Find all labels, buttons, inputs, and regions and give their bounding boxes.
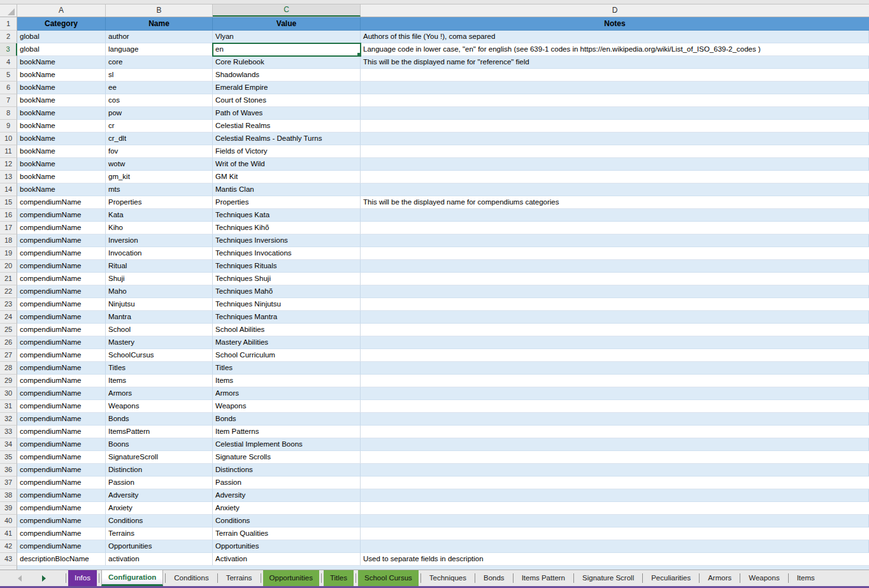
sheet-tab-bonds[interactable]: Bonds: [477, 570, 511, 586]
cell-notes[interactable]: [361, 438, 869, 451]
cell-name[interactable]: SignatureScroll: [106, 451, 213, 464]
row-header[interactable]: 20: [0, 260, 17, 273]
cell-category[interactable]: bookName: [17, 94, 106, 107]
row-header[interactable]: 27: [0, 349, 17, 362]
cell-category[interactable]: compendiumName: [17, 489, 106, 502]
cell-name[interactable]: Kata: [106, 209, 213, 222]
cell-category[interactable]: bookName: [17, 82, 106, 94]
cell-name[interactable]: pow: [106, 107, 213, 120]
cell-value[interactable]: Mastery Abilities: [213, 336, 361, 349]
cell-name[interactable]: Anxiety: [106, 502, 213, 515]
cell-value[interactable]: Items: [213, 375, 361, 387]
cell-name[interactable]: Boons: [106, 438, 213, 451]
cell-name[interactable]: Maho: [106, 285, 213, 298]
header-cell-category[interactable]: Category: [17, 17, 106, 31]
row-header[interactable]: 5: [0, 69, 17, 82]
sheet-tab-school-cursus[interactable]: School Cursus: [358, 570, 419, 586]
row-header[interactable]: 43: [0, 553, 17, 566]
cell-value[interactable]: Techniques Kata: [213, 209, 361, 222]
cell-value[interactable]: Techniques Mahõ: [213, 285, 361, 298]
cell-name[interactable]: School: [106, 324, 213, 336]
row-header[interactable]: 4: [0, 56, 17, 69]
cell-notes[interactable]: [361, 222, 869, 234]
cell-notes[interactable]: [361, 171, 869, 183]
cell-notes[interactable]: Authors of this file (You !), coma separ…: [361, 31, 869, 43]
row-header[interactable]: 30: [0, 387, 17, 400]
cell-value[interactable]: Titles: [213, 362, 361, 375]
row-header[interactable]: 25: [0, 324, 17, 336]
cell-category[interactable]: compendiumName: [17, 247, 106, 260]
cell-category[interactable]: compendiumName: [17, 222, 106, 234]
row-header[interactable]: 21: [0, 273, 17, 285]
cell-value[interactable]: Celestial Realms: [213, 120, 361, 133]
cell-notes[interactable]: [361, 451, 869, 464]
cell-notes[interactable]: [361, 69, 869, 82]
column-header-a[interactable]: A: [17, 4, 106, 17]
cell-category[interactable]: compendiumName: [17, 400, 106, 413]
row-header[interactable]: 32: [0, 413, 17, 426]
cell-name[interactable]: Conditions: [106, 515, 213, 527]
cell-notes[interactable]: [361, 540, 869, 553]
cell-value[interactable]: Court of Stones: [213, 94, 361, 107]
cell-value[interactable]: Techniques Ninjutsu: [213, 298, 361, 311]
cell-notes[interactable]: This will be the displayed name for "ref…: [361, 56, 869, 69]
prev-sheet-button[interactable]: [16, 575, 24, 582]
cell-category[interactable]: bookName: [17, 107, 106, 120]
row-header[interactable]: 14: [0, 183, 17, 196]
cell-name[interactable]: sl: [106, 69, 213, 82]
cell-notes[interactable]: [361, 362, 869, 375]
cell-name[interactable]: Shuji: [106, 273, 213, 285]
sheet-tab-peculiarities[interactable]: Peculiarities: [645, 570, 697, 586]
row-header[interactable]: 28: [0, 362, 17, 375]
sheet-tab-armors[interactable]: Armors: [701, 570, 738, 586]
cell-value[interactable]: Celestial Realms - Deathly Turns: [213, 133, 361, 145]
cell-notes[interactable]: This will be the displayed name for comp…: [361, 196, 869, 209]
cell-name[interactable]: Distinction: [106, 464, 213, 477]
cell-name[interactable]: author: [106, 31, 213, 43]
cell-name[interactable]: cr: [106, 120, 213, 133]
cell-category[interactable]: compendiumName: [17, 477, 106, 489]
sheet-tab-techniques[interactable]: Techniques: [423, 570, 473, 586]
cell-name[interactable]: wotw: [106, 158, 213, 171]
cell-value[interactable]: Item Patterns: [213, 426, 361, 438]
cell-name[interactable]: Mantra: [106, 311, 213, 324]
row-header[interactable]: 34: [0, 438, 17, 451]
cell-value[interactable]: Writ of the Wild: [213, 158, 361, 171]
cell-name[interactable]: SchoolCursus: [106, 349, 213, 362]
cell-category[interactable]: bookName: [17, 56, 106, 69]
sheet-tab-items[interactable]: Items: [791, 570, 821, 586]
row-header[interactable]: 42: [0, 540, 17, 553]
active-cell[interactable]: en: [213, 43, 361, 56]
cell-notes[interactable]: [361, 502, 869, 515]
cell-value[interactable]: Celestial Implement Boons: [213, 438, 361, 451]
cell-name[interactable]: Titles: [106, 362, 213, 375]
cell-notes[interactable]: Language code in lower case, "en" for en…: [361, 43, 869, 56]
cell-name[interactable]: Passion: [106, 477, 213, 489]
cell-notes[interactable]: [361, 489, 869, 502]
cell-value[interactable]: Techniques Rituals: [213, 260, 361, 273]
cell-category[interactable]: compendiumName: [17, 273, 106, 285]
cell-value[interactable]: Conditions: [213, 515, 361, 527]
cell-value[interactable]: Bonds: [213, 413, 361, 426]
cell-notes[interactable]: [361, 107, 869, 120]
row-header[interactable]: 7: [0, 94, 17, 107]
header-cell-notes[interactable]: Notes: [361, 17, 869, 31]
sheet-tab-titles[interactable]: Titles: [324, 570, 354, 586]
cell-value[interactable]: School Curriculum: [213, 349, 361, 362]
cell-notes[interactable]: [361, 234, 869, 247]
cell-name[interactable]: gm_kit: [106, 171, 213, 183]
cell-value[interactable]: Opportunities: [213, 540, 361, 553]
sheet-tab-weapons[interactable]: Weapons: [742, 570, 786, 586]
row-header[interactable]: 1: [0, 17, 17, 31]
cell-name[interactable]: mts: [106, 183, 213, 196]
sheet-tab-conditions[interactable]: Conditions: [168, 570, 215, 586]
row-header[interactable]: 26: [0, 336, 17, 349]
cell-value[interactable]: Weapons: [213, 400, 361, 413]
cell-name[interactable]: cr_dlt: [106, 133, 213, 145]
cell-notes[interactable]: [361, 413, 869, 426]
row-header[interactable]: 9: [0, 120, 17, 133]
cell-name[interactable]: Adversity: [106, 489, 213, 502]
cell-name[interactable]: Kiho: [106, 222, 213, 234]
cell-name[interactable]: Armors: [106, 387, 213, 400]
cell-category[interactable]: bookName: [17, 171, 106, 183]
